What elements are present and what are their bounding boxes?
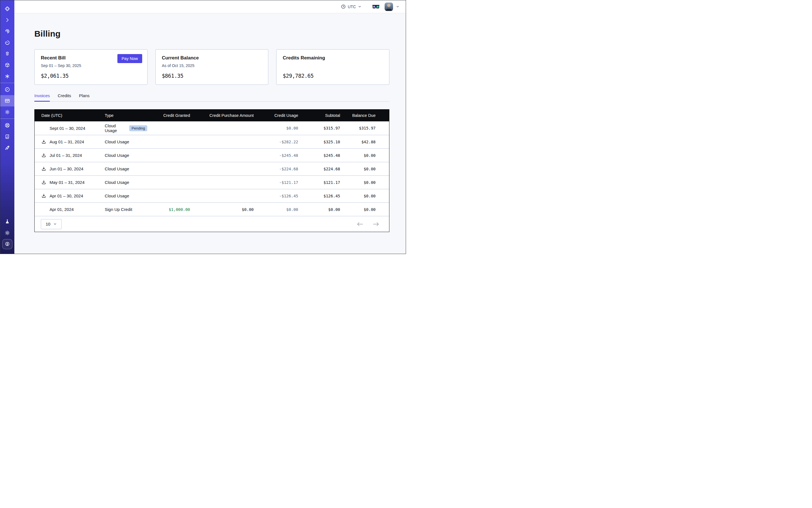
table-row: Jul 01 – 31, 2024Cloud Usage-$245.48$245… — [35, 149, 389, 162]
invoice-date-cell: Sept 01 – 30, 2024 — [35, 126, 105, 131]
flask-icon[interactable] — [0, 216, 14, 227]
column-header: Credit Usage — [254, 113, 298, 118]
credit-usage-cell: -$121.17 — [254, 180, 298, 185]
orbit-logo-icon[interactable] — [0, 3, 14, 14]
dollar-badge-icon[interactable] — [2, 239, 12, 249]
tab-credits[interactable]: Credits — [58, 93, 71, 102]
avatar[interactable] — [385, 3, 393, 11]
invoice-type: Cloud Usage — [105, 123, 127, 133]
subtotal-cell: $224.68 — [298, 167, 340, 171]
download-invoice-icon[interactable] — [41, 180, 46, 185]
sidebar-divider — [0, 83, 14, 83]
credit-usage-cell: -$282.22 — [254, 140, 298, 144]
credits-remaining-amount: $29,782.65 — [283, 73, 313, 79]
invoice-type: Cloud Usage — [105, 180, 129, 185]
timezone-selector[interactable]: UTC — [341, 4, 361, 9]
download-invoice-icon[interactable] — [41, 139, 46, 144]
column-header: Date (UTC) — [35, 113, 105, 118]
pay-now-button[interactable]: Pay Now — [117, 54, 142, 63]
table-row: Apr 01, 2024Sign Up Credit$1,000.00$0.00… — [35, 203, 389, 216]
table-row: Aug 01 – 31, 2024Cloud Usage-$282.22$325… — [35, 135, 389, 149]
subtotal-cell: $245.48 — [298, 153, 340, 158]
invoice-date-cell: Jul 01 – 31, 2024 — [35, 153, 105, 158]
rocket-icon[interactable] — [0, 142, 14, 154]
tab-plans[interactable]: Plans — [79, 93, 90, 102]
book-sparkle-icon[interactable] — [0, 131, 14, 142]
summary-cards: Recent Bill Sep 01 – Sep 30, 2025 $2,061… — [34, 49, 389, 85]
sidebar — [0, 0, 14, 254]
invoice-type: Cloud Usage — [105, 139, 129, 144]
layers-icon[interactable] — [0, 48, 14, 59]
table-row: May 01 – 31, 2024Cloud Usage-$121.17$121… — [35, 175, 389, 189]
invoice-type: Cloud Usage — [105, 194, 129, 198]
download-invoice-icon[interactable] — [41, 166, 46, 171]
invoice-date: Apr 01, 2024 — [50, 207, 74, 212]
account-menu-chevron-down-icon[interactable] — [396, 5, 399, 8]
invoice-type: Sign Up Credit — [105, 207, 132, 212]
sidebar-divider — [0, 119, 14, 119]
credit-granted-cell: $1,000.00 — [147, 207, 190, 212]
download-invoice-icon[interactable] — [41, 153, 46, 158]
table-row: Jun 01 – 30, 2024Cloud Usage-$224.68$224… — [35, 162, 389, 175]
credits-remaining-card: Credits Remaining $29,782.65 — [276, 49, 389, 85]
balance-due-cell: $0.00 — [340, 194, 389, 198]
download-invoice-icon[interactable] — [41, 194, 46, 198]
invoice-date-cell: Jun 01 – 30, 2024 — [35, 166, 105, 171]
invoice-date-cell: Apr 01 – 30, 2024 — [35, 194, 105, 198]
invoice-type-cell: Cloud Usage — [105, 166, 147, 171]
table-row: Apr 01 – 30, 2024Cloud Usage-$126.45$126… — [35, 189, 389, 203]
balance-due-cell: $0.00 — [340, 167, 389, 171]
page-size-select[interactable]: 10 — [41, 219, 62, 229]
invoice-date-cell: May 01 – 31, 2024 — [35, 180, 105, 185]
recent-bill-title: Recent Bill — [41, 55, 66, 61]
credit-card-icon[interactable] — [0, 95, 14, 107]
invoice-date-cell: Apr 01, 2024 — [35, 207, 105, 212]
gear-icon[interactable] — [0, 107, 14, 118]
credit-purchase-cell: $0.00 — [190, 207, 254, 212]
spiral-icon[interactable] — [0, 26, 14, 37]
tab-invoices[interactable]: Invoices — [34, 93, 50, 102]
column-header: Credit Granted — [147, 113, 190, 118]
subtotal-cell: $121.17 — [298, 180, 340, 185]
invoice-date: Jul 01 – 31, 2024 — [50, 153, 82, 158]
ship-wheel-icon[interactable] — [0, 120, 14, 131]
previous-page-arrow-left-icon[interactable] — [357, 222, 363, 226]
balance-due-cell: $315.97 — [340, 126, 389, 130]
chevron-right-icon[interactable] — [0, 14, 14, 26]
invoice-type-cell: Cloud Usage — [105, 180, 147, 185]
credit-usage-cell: $0.00 — [254, 207, 298, 212]
gauge-icon[interactable] — [0, 84, 14, 95]
clock-icon — [341, 4, 346, 9]
credit-usage-cell: -$126.45 — [254, 194, 298, 198]
billing-content: Billing Recent Bill Sep 01 – Sep 30, 202… — [14, 13, 406, 254]
subtotal-cell: $126.45 — [298, 194, 340, 198]
cube-icon[interactable] — [0, 59, 14, 71]
column-header: Balance Due — [340, 113, 389, 118]
table-body: Sept 01 – 30, 2024Cloud UsagePending$0.0… — [35, 121, 389, 216]
invoice-type-cell: Sign Up Credit — [105, 207, 147, 212]
timer-icon[interactable] — [0, 37, 14, 48]
recent-bill-period: Sep 01 – Sep 30, 2025 — [41, 64, 81, 68]
invoice-type-cell: Cloud Usage — [105, 153, 147, 158]
sun-icon[interactable] — [0, 227, 14, 239]
invoice-date-cell: Aug 01 – 31, 2024 — [35, 139, 105, 144]
topbar: UTC — [14, 0, 406, 13]
invoice-date: May 01 – 31, 2024 — [50, 180, 84, 185]
credit-usage-cell: -$245.48 — [254, 153, 298, 158]
balance-due-cell: $42.88 — [340, 140, 389, 144]
current-balance-as-of: As of Oct 15, 2025 — [162, 64, 195, 68]
billing-page: { "topbar": { "timezone_label": "UTC", "… — [0, 0, 406, 254]
table-footer: 10 — [35, 216, 389, 232]
credits-remaining-title: Credits Remaining — [283, 55, 325, 61]
balance-due-cell: $0.00 — [340, 207, 389, 212]
invoice-date: Sept 01 – 30, 2024 — [50, 126, 85, 131]
current-balance-card: Current Balance As of Oct 15, 2025 $861.… — [156, 49, 269, 85]
recent-bill-amount: $2,061.35 — [41, 73, 69, 79]
next-page-arrow-right-icon[interactable] — [373, 222, 379, 226]
balance-due-cell: $0.00 — [340, 180, 389, 185]
recent-bill-card: Recent Bill Sep 01 – Sep 30, 2025 $2,061… — [34, 49, 147, 85]
asterisk-icon[interactable] — [0, 71, 14, 82]
3d-glasses-icon[interactable] — [372, 4, 380, 9]
column-header: Type — [105, 113, 147, 118]
credit-usage-cell: -$224.68 — [254, 167, 298, 171]
